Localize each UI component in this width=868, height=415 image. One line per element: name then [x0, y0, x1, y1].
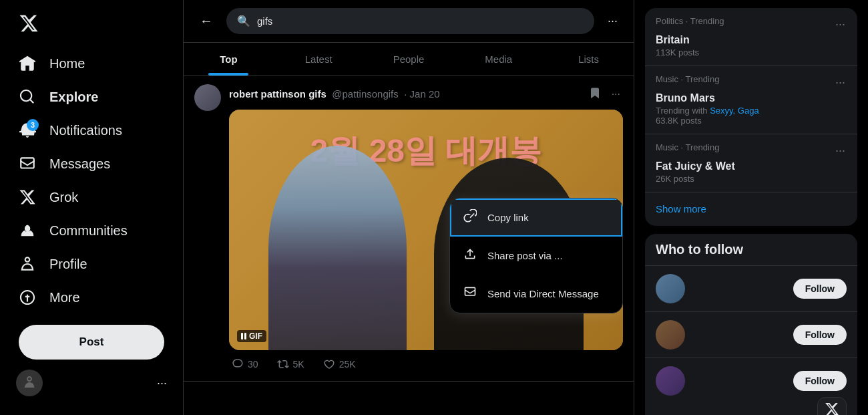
grok-badge-icon [825, 402, 839, 416]
tab-latest[interactable]: Latest [274, 43, 364, 76]
sidebar-item-label: Explore [49, 90, 98, 105]
post-avatar [194, 84, 221, 111]
grok-badge[interactable]: GROK [817, 397, 847, 415]
sidebar-item-grok[interactable]: Grok [8, 180, 175, 214]
right-sidebar: Politics · Trending ··· Britain 113K pos… [634, 0, 868, 415]
tabs-row: Top Latest People Media Lists [184, 43, 634, 76]
notification-badge: 3 [27, 119, 39, 131]
post-header: robert pattinson gifs @pattinsongifs · J… [229, 84, 623, 104]
sidebar-item-profile[interactable]: Profile [8, 247, 175, 281]
pause-icon [241, 333, 246, 339]
context-menu: Copy link Share post via ... [449, 198, 623, 313]
follow-button-2[interactable]: Follow [793, 325, 847, 345]
post-actions-right: ··· [586, 84, 623, 104]
sidebar-item-label: Profile [49, 257, 87, 272]
post-more-button[interactable]: ··· [609, 86, 623, 103]
follow-info-1: ​ ​ [693, 278, 785, 300]
user-account[interactable]: ··· [8, 362, 175, 404]
search-bar-row: ← 🔍 ··· [184, 0, 634, 43]
search-input-wrap: 🔍 [226, 8, 594, 34]
follow-avatar-1 [656, 274, 685, 303]
share-icon [463, 247, 477, 264]
tab-people[interactable]: People [364, 43, 454, 76]
follow-handle-1: ​ [693, 289, 785, 300]
trending-title-2: Bruno Mars [656, 92, 847, 104]
post-content: robert pattinson gifs @pattinsongifs · J… [229, 84, 623, 373]
follow-item-2[interactable]: ​ ​ Follow [645, 311, 857, 358]
post-footer: 30 5K 25K [229, 356, 623, 373]
grok-nav-icon [19, 188, 36, 206]
search-options-button[interactable]: ··· [602, 9, 623, 33]
avatar [16, 370, 43, 396]
gif-badge: GIF [237, 330, 266, 342]
post-bookmark-button[interactable] [586, 84, 604, 104]
trending-show-more[interactable]: Show more [645, 192, 857, 226]
link-icon [463, 209, 477, 226]
context-menu-item-copy-link[interactable]: Copy link [450, 198, 622, 237]
sidebar-item-home[interactable]: Home [8, 47, 175, 80]
trending-category-3: Music · Trending [656, 142, 719, 152]
post-button[interactable]: Post [19, 325, 164, 360]
follow-avatar-2 [656, 320, 685, 350]
sidebar-item-notifications[interactable]: 3 Notifications [8, 114, 175, 147]
sidebar-item-messages[interactable]: Messages [8, 147, 175, 180]
trending-section: Politics · Trending ··· Britain 113K pos… [645, 8, 857, 226]
sidebar-item-label: Communities [49, 223, 128, 239]
follow-avatar-3 [656, 366, 685, 396]
context-menu-item-dm[interactable]: Send via Direct Message [450, 275, 622, 313]
x-logo-icon [19, 13, 39, 33]
profile-icon [19, 255, 36, 273]
tab-media[interactable]: Media [453, 43, 544, 76]
trending-item-britain[interactable]: Politics · Trending ··· Britain 113K pos… [645, 8, 857, 66]
follow-name-2: ​ [693, 324, 785, 335]
trending-header-row-2: Music · Trending ··· [656, 74, 847, 91]
logo[interactable] [8, 5, 175, 44]
trending-item-bruno-mars[interactable]: Music · Trending ··· Bruno Mars Trending… [645, 66, 857, 134]
trending-item-fat-juicy[interactable]: Music · Trending ··· Fat Juicy & Wet 26K… [645, 134, 857, 192]
trending-header-row: Politics · Trending ··· [656, 16, 847, 33]
trending-category: Politics · Trending [656, 16, 724, 26]
post-author: robert pattinson gifs [229, 88, 327, 100]
follow-section: Who to follow ​ ​ Follow ​ ​ Follow ​ ​ … [645, 234, 857, 415]
post-retweet-action[interactable]: 5K [274, 356, 307, 373]
search-input[interactable] [257, 15, 584, 27]
follow-name-1: ​ [693, 278, 785, 289]
post-like-action[interactable]: 25K [320, 356, 359, 373]
sidebar-item-explore[interactable]: Explore [8, 80, 175, 114]
follow-handle-2: ​ [693, 335, 785, 346]
back-button[interactable]: ← [194, 8, 218, 34]
sidebar-item-label: More [49, 290, 80, 305]
post-comment-action[interactable]: 30 [229, 356, 261, 373]
explore-icon [19, 88, 36, 106]
communities-icon [19, 222, 36, 239]
follow-info-2: ​ ​ [693, 324, 785, 346]
follow-info-3: ​ ​ [693, 370, 785, 392]
trending-links[interactable]: Sexyy, Gaga [710, 106, 758, 116]
feed: robert pattinson gifs @pattinsongifs · J… [184, 76, 634, 382]
account-more-dots: ··· [157, 376, 167, 390]
sidebar-item-label: Messages [49, 156, 110, 172]
trending-category-2: Music · Trending [656, 74, 719, 84]
follow-button-1[interactable]: Follow [793, 279, 847, 299]
follow-item-1[interactable]: ​ ​ Follow [645, 265, 857, 311]
follow-button-3[interactable]: Follow [793, 371, 847, 391]
main-nav: Home Explore 3 Notifications Messages [8, 47, 175, 314]
trending-count-3: 26K posts [656, 174, 847, 184]
more-icon [19, 289, 36, 306]
sidebar-item-label: Notifications [49, 123, 122, 138]
follow-section-title: Who to follow [645, 234, 857, 265]
trending-more-button-2[interactable]: ··· [834, 74, 847, 91]
sidebar-item-communities[interactable]: Communities [8, 214, 175, 247]
trending-more-button-3[interactable]: ··· [834, 142, 847, 159]
post-author-info: robert pattinson gifs @pattinsongifs · J… [229, 88, 440, 100]
home-icon [19, 55, 36, 72]
tab-lists[interactable]: Lists [544, 43, 634, 76]
follow-name-3: ​ [693, 370, 785, 382]
tab-top[interactable]: Top [184, 43, 274, 76]
sidebar-item-label: Home [49, 56, 85, 72]
trending-more-button[interactable]: ··· [834, 16, 847, 33]
sidebar-item-more[interactable]: More [8, 281, 175, 314]
context-menu-item-share[interactable]: Share post via ... [450, 237, 622, 275]
trending-show-more-label: Show more [656, 203, 706, 215]
search-icon: 🔍 [237, 15, 250, 27]
